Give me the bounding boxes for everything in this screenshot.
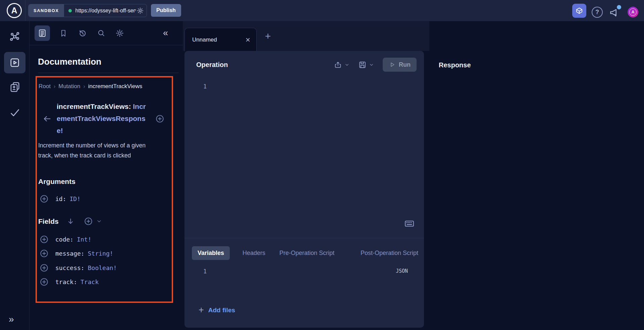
- help-button[interactable]: ?: [592, 7, 603, 18]
- fields-heading-row: Fields: [38, 217, 102, 226]
- breadcrumb-mutation[interactable]: Mutation: [58, 83, 80, 90]
- breadcrumb-current: incrementTrackViews: [88, 83, 143, 90]
- endpoint-url-input[interactable]: https://odyssey-lift-off-serv: [75, 8, 136, 14]
- breadcrumb-root[interactable]: Root: [39, 83, 51, 90]
- run-play-icon: [389, 61, 395, 68]
- documentation-tab-bar: «: [30, 21, 183, 45]
- save-icon[interactable]: [358, 61, 367, 69]
- bookmarks-tab[interactable]: [59, 29, 67, 37]
- operation-signature: incrementTrackViews: IncrementTrackViews…: [43, 101, 164, 137]
- save-options-chevron-icon[interactable]: [369, 62, 374, 67]
- add-field-button[interactable]: [40, 249, 49, 258]
- share-control: [334, 61, 350, 69]
- plus-icon: +: [199, 306, 204, 315]
- editor-section-divider: [184, 238, 424, 238]
- response-panel: Response: [429, 21, 644, 330]
- keyboard-shortcuts-icon[interactable]: [404, 218, 415, 229]
- explorer-nav-button-selected[interactable]: [4, 52, 25, 73]
- share-icon[interactable]: [334, 61, 342, 69]
- share-options-chevron-icon[interactable]: [344, 62, 350, 67]
- endpoint-settings-gear-icon[interactable]: [137, 7, 144, 14]
- operation-line-number: 1: [203, 83, 207, 90]
- top-bar: A SANDBOX https://odyssey-lift-off-serv …: [0, 0, 644, 21]
- back-arrow-icon[interactable]: [43, 114, 52, 123]
- documentation-panel: « Documentation Root › Mutation › increm…: [30, 21, 183, 330]
- collapse-panel-chevrons[interactable]: «: [163, 28, 168, 38]
- fields-heading: Fields: [38, 217, 59, 225]
- tab-pre-operation-script[interactable]: Pre-Operation Script: [279, 246, 334, 260]
- argument-type-link[interactable]: ID!: [70, 195, 81, 202]
- close-tab-icon[interactable]: ×: [246, 36, 250, 44]
- operation-header: Operation: [184, 51, 424, 72]
- sandbox-cube-button[interactable]: [572, 4, 586, 18]
- endpoint-input-group[interactable]: SANDBOX https://odyssey-lift-off-serv: [28, 4, 147, 17]
- field-type-link[interactable]: Track: [80, 278, 99, 285]
- connection-status-dot: [68, 9, 72, 12]
- sort-down-arrow-icon[interactable]: [67, 217, 74, 225]
- breadcrumb-separator: ›: [83, 83, 85, 89]
- field-type-link[interactable]: String!: [88, 250, 113, 257]
- documentation-tab-selected[interactable]: [35, 25, 50, 41]
- argument-name: id:: [55, 195, 66, 202]
- add-field-button[interactable]: [40, 235, 49, 244]
- user-avatar[interactable]: A: [628, 7, 638, 17]
- operation-title: Operation: [196, 61, 228, 69]
- history-tab[interactable]: [78, 29, 87, 38]
- search-icon: [97, 29, 105, 37]
- sandbox-badge: SANDBOX: [29, 4, 64, 17]
- field-description: Increment the number of views of a given…: [38, 140, 149, 160]
- field-row-code: code: Int!: [40, 235, 92, 244]
- gear-icon: [115, 29, 124, 38]
- add-all-fields-button[interactable]: [84, 217, 93, 226]
- add-field-button[interactable]: [40, 263, 49, 272]
- question-mark-icon: ?: [595, 9, 599, 16]
- apollo-logo-letter: A: [11, 6, 17, 15]
- settings-tab[interactable]: [115, 29, 124, 38]
- publish-button[interactable]: Publish: [151, 4, 181, 17]
- add-files-label: Add files: [208, 307, 235, 314]
- avatar-letter: A: [629, 8, 637, 16]
- left-nav-rail: »: [0, 21, 30, 330]
- bookmark-icon: [59, 29, 67, 37]
- tab-headers[interactable]: Headers: [243, 246, 265, 260]
- fields-options-chevron-icon[interactable]: [96, 218, 102, 224]
- field-row-success: success: Boolean!: [40, 263, 117, 272]
- documentation-title: Documentation: [38, 57, 101, 67]
- language-badge: JSON: [396, 268, 408, 274]
- schema-graph-icon[interactable]: [9, 31, 20, 43]
- signature-field-name: incrementTrackViews:: [57, 103, 131, 110]
- field-name: track:: [55, 278, 77, 285]
- operation-controls: Run: [334, 58, 417, 72]
- search-tab[interactable]: [97, 29, 105, 37]
- operation-tab-unnamed[interactable]: Unnamed ×: [184, 28, 257, 51]
- field-type-link[interactable]: Int!: [77, 236, 91, 243]
- history-clock-icon: [78, 29, 87, 38]
- argument-row: id: ID!: [40, 194, 80, 203]
- title-divider: [38, 73, 179, 73]
- run-button-disabled[interactable]: Run: [383, 58, 417, 72]
- add-signature-field-button[interactable]: [155, 114, 164, 123]
- field-name: code:: [55, 236, 73, 243]
- add-argument-button[interactable]: [40, 194, 49, 203]
- add-files-button[interactable]: + Add files: [199, 306, 235, 315]
- variables-line-number: 1: [203, 268, 207, 275]
- checks-icon[interactable]: [9, 107, 20, 118]
- response-title: Response: [439, 61, 471, 69]
- field-name: success:: [55, 264, 85, 271]
- field-row-message: message: String!: [40, 249, 113, 258]
- tab-variables-selected[interactable]: Variables: [192, 246, 230, 260]
- apollo-logo[interactable]: A: [7, 3, 22, 18]
- field-type-link[interactable]: Boolean!: [88, 264, 117, 271]
- tab-post-operation-script[interactable]: Post-Operation Script: [361, 246, 418, 260]
- notification-dot: [617, 5, 621, 9]
- breadcrumb-separator: ›: [54, 83, 55, 89]
- cube-icon: [575, 6, 584, 15]
- expand-rail-chevrons[interactable]: »: [9, 315, 14, 324]
- save-control: [358, 61, 374, 69]
- breadcrumb: Root › Mutation › incrementTrackViews: [39, 83, 142, 90]
- add-tab-button[interactable]: +: [265, 31, 271, 41]
- changelog-diff-icon[interactable]: [9, 81, 21, 93]
- field-row-track: track: Track: [40, 277, 99, 286]
- add-field-button[interactable]: [40, 277, 49, 286]
- explorer-play-icon: [9, 57, 20, 68]
